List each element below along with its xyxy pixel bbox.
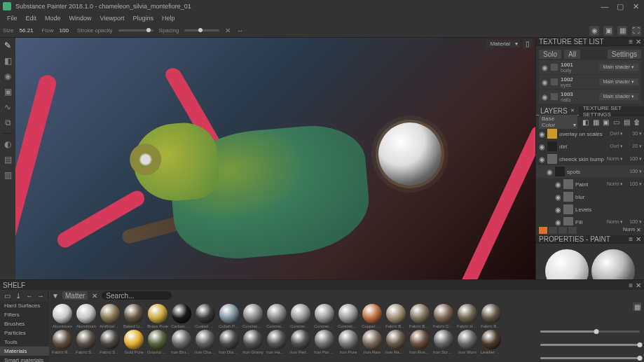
panel-menu-icon[interactable]: ≡ <box>629 235 633 243</box>
chip-blend[interactable]: Norm <box>623 227 635 234</box>
layer-opacity[interactable]: 30 ▾ <box>625 131 642 137</box>
texture-set-item[interactable]: ◉1003nailsMain shader <box>539 90 641 104</box>
panel-close-icon[interactable]: ✕ <box>636 38 641 46</box>
shader-dropdown[interactable]: Main shader <box>599 64 638 71</box>
chip-close-icon[interactable]: ✕ <box>636 227 641 234</box>
layer-name[interactable]: Paint <box>575 181 605 188</box>
display-icon[interactable]: ▦ <box>617 26 627 36</box>
layer-item[interactable]: ◉spots100 ▾ <box>536 165 644 178</box>
material-item[interactable]: Iron Raw D... <box>385 330 406 354</box>
camera-icon[interactable]: ▣ <box>603 26 613 36</box>
layer-thumbnail[interactable] <box>563 179 573 189</box>
viewport-split-icon[interactable]: ▯ <box>523 39 533 48</box>
viewport-canvas[interactable] <box>15 49 535 279</box>
blend-mode-dropdown[interactable]: Ovrl <box>610 144 623 149</box>
tab-close-icon[interactable]: ✕ <box>570 108 575 113</box>
layer-thumbnail[interactable] <box>563 192 573 202</box>
material-item[interactable]: Brass Pure <box>147 304 168 328</box>
channel-chip[interactable] <box>559 227 567 234</box>
material-item[interactable]: Iron Brushe... <box>171 330 192 354</box>
fullscreen-icon[interactable]: ⛶ <box>631 26 641 36</box>
material-item[interactable]: Fabric Rou... <box>52 330 73 354</box>
blend-mode-dropdown[interactable]: Norm <box>607 156 623 162</box>
minimize-button[interactable]: — <box>599 1 610 11</box>
menu-window[interactable]: Window <box>65 15 96 22</box>
material-item[interactable]: Aluminium <box>76 304 97 328</box>
shelf-search-input[interactable]: Search... <box>102 291 172 300</box>
texture-set-item[interactable]: ◉1002eyesMain shader <box>539 75 641 89</box>
spacing-slider[interactable] <box>184 29 219 32</box>
solo-button[interactable]: Solo <box>539 50 561 59</box>
layer-item[interactable]: ◉FillNorm100 ▾ <box>536 216 644 225</box>
material-item[interactable]: Fabric Basi... <box>409 304 430 328</box>
visibility-icon[interactable]: ◉ <box>538 143 545 151</box>
material-item[interactable]: Baked Lighti... <box>123 304 144 328</box>
material-item[interactable]: Fabric Suit... <box>100 330 121 354</box>
material-item[interactable]: Concrete Cl... <box>290 304 311 328</box>
layer-thumbnail[interactable] <box>547 129 557 139</box>
material-item[interactable]: Iron Grainy <box>242 330 263 354</box>
material-picker-icon[interactable]: ◐ <box>3 139 13 149</box>
shader-dropdown[interactable]: Main shader <box>599 93 638 100</box>
material-item[interactable]: Iron Scratc... <box>433 330 454 354</box>
material-item[interactable]: Iron Pure <box>338 330 359 354</box>
visibility-icon[interactable]: ◉ <box>554 218 561 226</box>
import-icon[interactable]: ⤓ <box>14 291 22 300</box>
panel-close-icon[interactable]: ✕ <box>636 235 641 243</box>
forward-icon[interactable]: → <box>36 291 45 300</box>
material-item[interactable]: Carbon Fiber <box>171 304 192 328</box>
layer-name[interactable]: Levels <box>575 207 642 213</box>
texture-set-item[interactable]: ◉1001bodyMain shader <box>539 60 641 74</box>
layer-opacity[interactable]: 20 ▾ <box>625 144 642 149</box>
layer-item[interactable]: ◉cheeck skin bumpNorm100 ▾ <box>536 153 644 165</box>
clone-tool-icon[interactable]: ⧉ <box>3 118 13 127</box>
layer-name[interactable]: cheeck skin bump <box>559 156 605 162</box>
material-item[interactable]: Iron Worn <box>457 330 478 354</box>
layer-item[interactable]: ◉dirtOvrl20 ▾ <box>536 140 644 153</box>
layer-name[interactable]: dirt <box>559 144 608 150</box>
material-item[interactable]: Fabric Roug... <box>481 304 502 328</box>
polygon-fill-icon[interactable]: ▤ <box>3 155 13 165</box>
material-item[interactable]: Cobalt Pure <box>219 304 240 328</box>
shelf-category[interactable]: Filters <box>0 310 49 319</box>
layer-name[interactable]: blur <box>575 194 642 200</box>
channel-dropdown[interactable]: Base Color <box>539 115 577 129</box>
shader-dropdown[interactable]: Main shader <box>599 78 638 85</box>
flow-value[interactable]: 100 <box>59 27 68 34</box>
filter-chip[interactable]: Matter <box>62 291 88 300</box>
blend-mode-dropdown[interactable]: Ovrl <box>610 131 623 137</box>
material-item[interactable]: Coated Metal <box>195 304 216 328</box>
material-item[interactable]: Iron Raw <box>362 330 383 354</box>
layer-name[interactable]: Fill <box>575 219 605 225</box>
channel-chip[interactable] <box>549 227 557 234</box>
visibility-icon[interactable]: ◉ <box>546 168 553 176</box>
back-icon[interactable]: ← <box>25 291 34 300</box>
layer-opacity[interactable]: 100 ▾ <box>625 219 642 225</box>
render-mode-icon[interactable]: ◉ <box>589 26 599 36</box>
material-item[interactable]: Gold Pure <box>123 330 144 354</box>
shelf-category[interactable]: Smart materials <box>0 356 49 362</box>
layer-thumbnail[interactable] <box>555 167 565 176</box>
shelf-category[interactable]: Tools <box>0 337 49 347</box>
material-item[interactable]: Iron Porelle... <box>314 330 335 354</box>
delete-layer-icon[interactable]: 🗑 <box>633 118 641 126</box>
menu-viewport[interactable]: Viewport <box>96 15 129 22</box>
opacity-slider[interactable] <box>118 29 153 32</box>
channel-chip[interactable] <box>568 227 577 234</box>
add-fill-layer-icon[interactable]: ▣ <box>602 118 610 126</box>
blend-mode-dropdown[interactable]: Norm <box>607 219 623 225</box>
layer-thumbnail[interactable] <box>563 204 573 214</box>
viewport-channel-dropdown[interactable]: Material <box>486 40 520 48</box>
panel-menu-icon[interactable]: ≡ <box>629 281 633 289</box>
bake-icon[interactable]: ▥ <box>3 170 13 180</box>
panel-menu-icon[interactable]: ≡ <box>629 38 633 46</box>
layer-item[interactable]: ◉blur <box>536 190 644 203</box>
material-item[interactable]: Concrete S... <box>314 304 335 328</box>
size-value[interactable]: 56.21 <box>20 27 34 34</box>
menu-edit[interactable]: Edit <box>22 15 41 22</box>
visibility-icon[interactable]: ◉ <box>554 206 561 214</box>
filter-close-icon[interactable]: ✕ <box>90 291 99 300</box>
layer-opacity[interactable]: 100 ▾ <box>625 181 642 187</box>
filter-icon[interactable]: ▼ <box>51 291 60 300</box>
close-button[interactable]: ✕ <box>630 1 641 11</box>
